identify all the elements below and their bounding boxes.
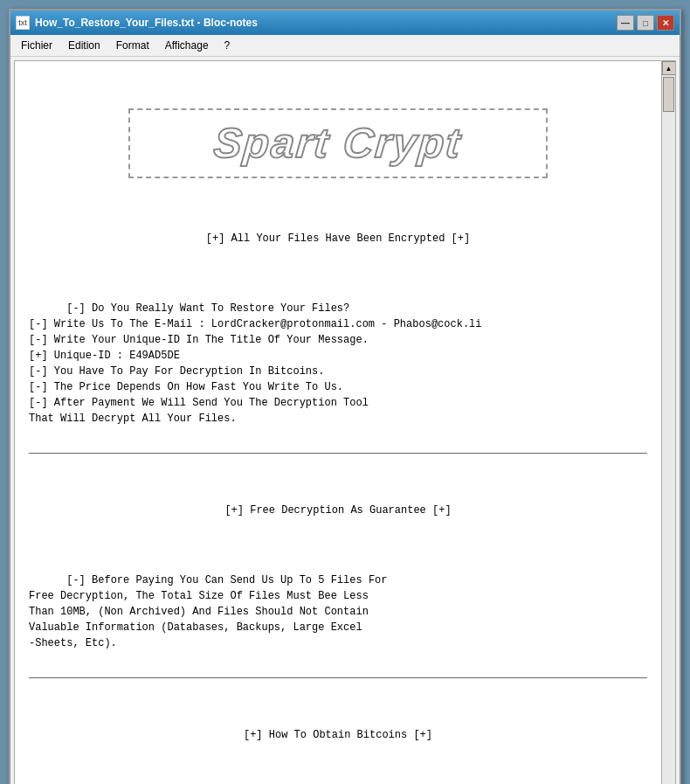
app-icon: txt <box>16 16 30 30</box>
close-button[interactable]: ✕ <box>657 15 674 31</box>
menu-help[interactable]: ? <box>217 37 238 54</box>
section1-text: [-] Do You Really Want To Restore Your F… <box>29 302 481 425</box>
menu-format[interactable]: Format <box>109 37 156 54</box>
header-line: [+] All Your Files Have Been Encrypted [… <box>29 231 647 246</box>
editor-container: Spart Crypt [+] All Your Files Have Been… <box>14 60 676 784</box>
scroll-up-arrow[interactable]: ▲ <box>662 61 676 75</box>
menu-affichage[interactable]: Affichage <box>158 37 216 54</box>
minimize-button[interactable]: — <box>617 15 634 31</box>
menu-edition[interactable]: Edition <box>61 37 107 54</box>
title-bar: txt How_To_Restore_Your_Files.txt - Bloc… <box>10 10 680 35</box>
text-editor[interactable]: Spart Crypt [+] All Your Files Have Been… <box>15 61 661 784</box>
logo-area: Spart Crypt <box>128 108 548 178</box>
scroll-thumb-vertical[interactable] <box>663 77 674 112</box>
logo-text: Spart Crypt <box>211 112 465 175</box>
section2-text: [-] Before Paying You Can Send Us Up To … <box>29 574 387 649</box>
vertical-scrollbar[interactable]: ▲ ▼ <box>661 61 675 784</box>
maximize-button[interactable]: □ <box>637 15 654 31</box>
menu-fichier[interactable]: Fichier <box>14 37 59 54</box>
divider-2 <box>29 677 647 678</box>
menu-bar: Fichier Edition Format Affichage ? <box>10 35 680 57</box>
scroll-track-vertical[interactable] <box>662 75 675 784</box>
section3-header: [+] How To Obtain Bitcoins [+] <box>29 727 647 743</box>
window-controls: — □ ✕ <box>617 15 674 31</box>
divider-1 <box>29 453 647 454</box>
notepad-window: txt How_To_Restore_Your_Files.txt - Bloc… <box>9 9 681 784</box>
title-bar-left: txt How_To_Restore_Your_Files.txt - Bloc… <box>16 16 258 30</box>
section2-header: [+] Free Decryption As Guarantee [+] <box>29 503 647 518</box>
window-title: How_To_Restore_Your_Files.txt - Bloc-not… <box>35 17 258 29</box>
